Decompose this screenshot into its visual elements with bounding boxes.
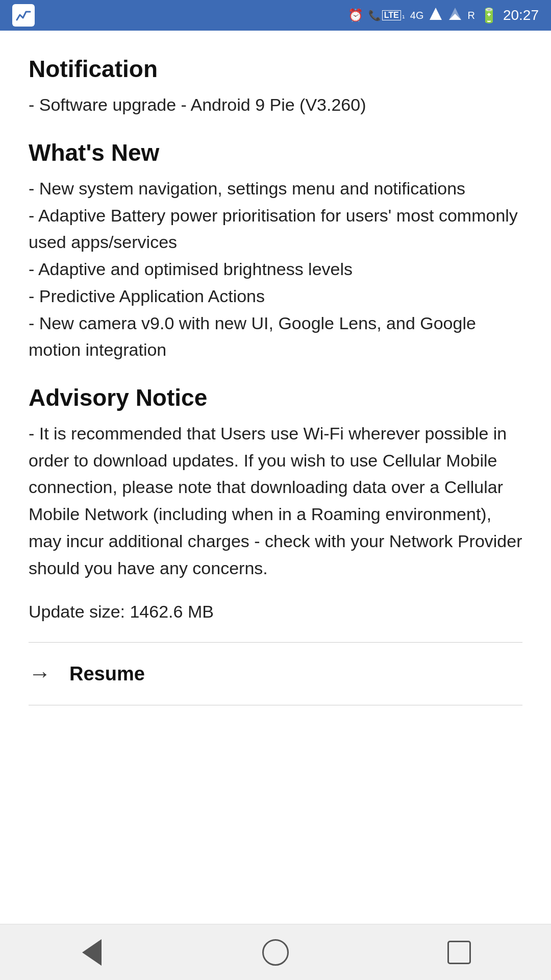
status-time: 20:27 [503,7,539,23]
whats-new-item-5: - New camera v9.0 with new UI, Google Le… [29,313,476,360]
status-bar: ⏰ 📞 LTE ₁ 4G R 🔋 20:27 [0,0,551,31]
home-button[interactable] [258,935,293,970]
back-button[interactable] [74,935,110,970]
home-icon [262,939,289,966]
back-icon [82,939,102,966]
battery-icon: 🔋 [480,7,498,24]
advisory-notice-title: Advisory Notice [29,384,522,412]
signal-icon-2 [448,7,462,24]
whats-new-item-2: - Adaptive Battery power prioritisation … [29,206,518,252]
update-size: Update size: 1462.6 MB [29,602,522,622]
whats-new-section: What's New - New system navigation, sett… [29,139,522,363]
whats-new-title: What's New [29,139,522,167]
resume-label: Resume [69,663,145,685]
roaming-label: R [467,10,474,21]
signal-icon-1 [429,7,443,24]
notification-section: Notification - Software upgrade - Androi… [29,55,522,118]
whats-new-body: - New system navigation, settings menu a… [29,175,522,363]
whats-new-item-3: - Adaptive and optimised brightness leve… [29,259,353,279]
notification-body: - Software upgrade - Android 9 Pie (V3.2… [29,91,522,118]
alarm-icon: ⏰ [348,8,363,22]
bottom-nav [0,924,551,980]
recents-button[interactable] [441,935,477,970]
bottom-divider [29,705,522,705]
whats-new-item-4: - Predictive Application Actions [29,286,265,306]
resume-button[interactable]: → Resume [29,643,522,705]
app-icon [12,4,35,27]
notification-title: Notification [29,55,522,83]
network-4g-label: 4G [410,10,424,21]
svg-marker-0 [430,8,442,20]
advisory-notice-section: Advisory Notice - It is recommended that… [29,384,522,581]
whats-new-item-1: - New system navigation, settings menu a… [29,179,465,198]
status-bar-right: ⏰ 📞 LTE ₁ 4G R 🔋 20:27 [348,7,539,24]
status-bar-left [12,4,35,27]
advisory-notice-body: - It is recommended that Users use Wi-Fi… [29,420,522,581]
recents-icon [447,941,471,964]
content-area: Notification - Software upgrade - Androi… [0,31,551,924]
phone-lte-icon: 📞 LTE ₁ [368,9,405,21]
arrow-right-icon: → [29,661,51,687]
